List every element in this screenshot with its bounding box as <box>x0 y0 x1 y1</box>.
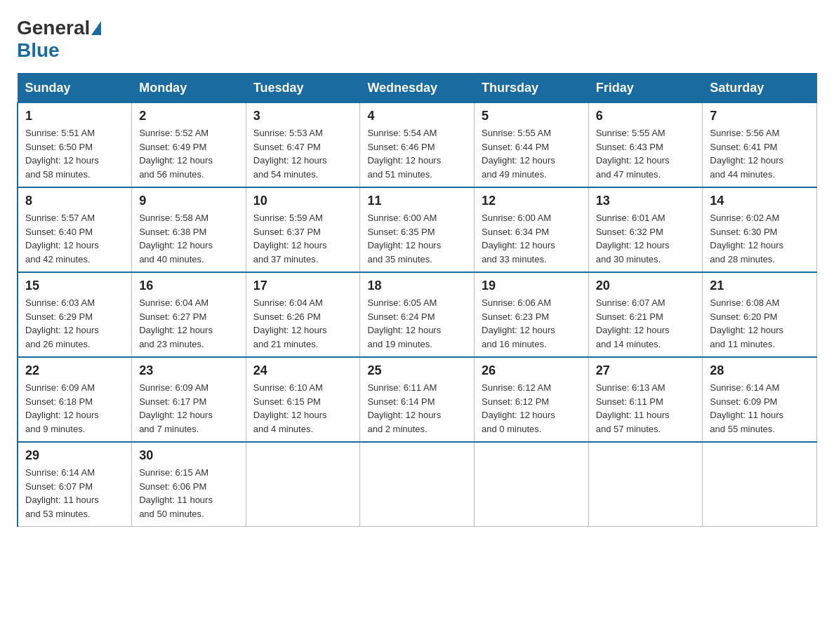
day-number: 25 <box>367 363 467 378</box>
day-info: Sunrise: 5:56 AMSunset: 6:41 PMDaylight:… <box>710 126 809 181</box>
calendar-week-row: 22Sunrise: 6:09 AMSunset: 6:18 PMDayligh… <box>18 357 817 442</box>
day-info: Sunrise: 6:00 AMSunset: 6:34 PMDaylight:… <box>482 211 581 266</box>
day-info: Sunrise: 5:55 AMSunset: 6:43 PMDaylight:… <box>596 126 696 181</box>
day-info: Sunrise: 6:09 AMSunset: 6:17 PMDaylight:… <box>139 381 239 436</box>
calendar-day-cell: 29Sunrise: 6:14 AMSunset: 6:07 PMDayligh… <box>18 442 132 527</box>
header-tuesday: Tuesday <box>246 74 360 103</box>
calendar-header-row: Sunday Monday Tuesday Wednesday Thursday… <box>18 74 817 103</box>
day-info: Sunrise: 6:05 AMSunset: 6:24 PMDaylight:… <box>367 296 467 351</box>
calendar-day-cell: 19Sunrise: 6:06 AMSunset: 6:23 PMDayligh… <box>475 272 589 357</box>
day-number: 19 <box>482 279 581 293</box>
calendar-day-cell: 27Sunrise: 6:13 AMSunset: 6:11 PMDayligh… <box>588 357 703 442</box>
calendar-day-cell <box>246 442 360 527</box>
calendar-day-cell: 10Sunrise: 5:59 AMSunset: 6:37 PMDayligh… <box>246 187 360 272</box>
day-info: Sunrise: 6:01 AMSunset: 6:32 PMDaylight:… <box>596 211 696 266</box>
header-monday: Monday <box>132 74 246 103</box>
page-header: General Blue <box>17 17 817 62</box>
day-info: Sunrise: 5:59 AMSunset: 6:37 PMDaylight:… <box>253 211 353 266</box>
day-number: 16 <box>139 279 239 293</box>
logo: General Blue <box>17 17 102 62</box>
day-number: 20 <box>596 279 696 293</box>
calendar-week-row: 15Sunrise: 6:03 AMSunset: 6:29 PMDayligh… <box>18 272 817 357</box>
day-info: Sunrise: 6:13 AMSunset: 6:11 PMDaylight:… <box>596 381 696 436</box>
calendar-week-row: 29Sunrise: 6:14 AMSunset: 6:07 PMDayligh… <box>18 442 817 527</box>
calendar-day-cell: 25Sunrise: 6:11 AMSunset: 6:14 PMDayligh… <box>360 357 475 442</box>
day-info: Sunrise: 5:57 AMSunset: 6:40 PMDaylight:… <box>25 211 124 266</box>
day-number: 8 <box>25 194 124 208</box>
calendar-day-cell: 26Sunrise: 6:12 AMSunset: 6:12 PMDayligh… <box>475 357 589 442</box>
calendar-day-cell <box>703 442 817 527</box>
day-info: Sunrise: 6:02 AMSunset: 6:30 PMDaylight:… <box>710 211 809 266</box>
calendar-day-cell: 3Sunrise: 5:53 AMSunset: 6:47 PMDaylight… <box>246 103 360 188</box>
day-number: 15 <box>25 279 124 293</box>
calendar-day-cell: 16Sunrise: 6:04 AMSunset: 6:27 PMDayligh… <box>132 272 246 357</box>
calendar-table: Sunday Monday Tuesday Wednesday Thursday… <box>17 73 817 527</box>
day-info: Sunrise: 6:11 AMSunset: 6:14 PMDaylight:… <box>367 381 467 436</box>
calendar-day-cell <box>588 442 703 527</box>
calendar-day-cell: 11Sunrise: 6:00 AMSunset: 6:35 PMDayligh… <box>360 187 475 272</box>
calendar-day-cell: 18Sunrise: 6:05 AMSunset: 6:24 PMDayligh… <box>360 272 475 357</box>
calendar-day-cell: 7Sunrise: 5:56 AMSunset: 6:41 PMDaylight… <box>703 103 817 188</box>
day-info: Sunrise: 6:00 AMSunset: 6:35 PMDaylight:… <box>367 211 467 266</box>
header-thursday: Thursday <box>475 74 589 103</box>
day-number: 23 <box>139 363 239 378</box>
day-info: Sunrise: 6:08 AMSunset: 6:20 PMDaylight:… <box>710 296 809 351</box>
day-info: Sunrise: 5:51 AMSunset: 6:50 PMDaylight:… <box>25 126 124 181</box>
calendar-day-cell <box>475 442 589 527</box>
calendar-day-cell: 14Sunrise: 6:02 AMSunset: 6:30 PMDayligh… <box>703 187 817 272</box>
calendar-day-cell: 21Sunrise: 6:08 AMSunset: 6:20 PMDayligh… <box>703 272 817 357</box>
day-number: 18 <box>367 279 467 293</box>
header-wednesday: Wednesday <box>360 74 475 103</box>
day-info: Sunrise: 6:12 AMSunset: 6:12 PMDaylight:… <box>482 381 581 436</box>
day-info: Sunrise: 6:14 AMSunset: 6:07 PMDaylight:… <box>25 466 124 521</box>
header-friday: Friday <box>588 74 703 103</box>
day-info: Sunrise: 6:03 AMSunset: 6:29 PMDaylight:… <box>25 296 124 351</box>
header-sunday: Sunday <box>18 74 132 103</box>
day-number: 11 <box>367 194 467 208</box>
day-number: 10 <box>253 194 353 208</box>
day-info: Sunrise: 5:52 AMSunset: 6:49 PMDaylight:… <box>139 126 239 181</box>
day-info: Sunrise: 6:04 AMSunset: 6:26 PMDaylight:… <box>253 296 353 351</box>
calendar-day-cell: 2Sunrise: 5:52 AMSunset: 6:49 PMDaylight… <box>132 103 246 188</box>
day-number: 28 <box>710 363 809 378</box>
day-number: 21 <box>710 279 809 293</box>
day-number: 1 <box>25 109 124 123</box>
day-info: Sunrise: 6:06 AMSunset: 6:23 PMDaylight:… <box>482 296 581 351</box>
day-number: 2 <box>139 109 239 123</box>
calendar-day-cell: 13Sunrise: 6:01 AMSunset: 6:32 PMDayligh… <box>588 187 703 272</box>
day-info: Sunrise: 6:15 AMSunset: 6:06 PMDaylight:… <box>139 466 239 521</box>
calendar-week-row: 1Sunrise: 5:51 AMSunset: 6:50 PMDaylight… <box>18 103 817 188</box>
day-info: Sunrise: 5:58 AMSunset: 6:38 PMDaylight:… <box>139 211 239 266</box>
day-number: 24 <box>253 363 353 378</box>
day-number: 7 <box>710 109 809 123</box>
day-number: 30 <box>139 448 239 463</box>
day-number: 27 <box>596 363 696 378</box>
calendar-day-cell: 30Sunrise: 6:15 AMSunset: 6:06 PMDayligh… <box>132 442 246 527</box>
calendar-day-cell: 28Sunrise: 6:14 AMSunset: 6:09 PMDayligh… <box>703 357 817 442</box>
day-number: 29 <box>25 448 124 463</box>
calendar-day-cell: 20Sunrise: 6:07 AMSunset: 6:21 PMDayligh… <box>588 272 703 357</box>
calendar-day-cell: 6Sunrise: 5:55 AMSunset: 6:43 PMDaylight… <box>588 103 703 188</box>
calendar-day-cell: 4Sunrise: 5:54 AMSunset: 6:46 PMDaylight… <box>360 103 475 188</box>
day-info: Sunrise: 6:04 AMSunset: 6:27 PMDaylight:… <box>139 296 239 351</box>
logo-triangle-icon <box>91 21 101 35</box>
calendar-day-cell <box>360 442 475 527</box>
day-info: Sunrise: 6:09 AMSunset: 6:18 PMDaylight:… <box>25 381 124 436</box>
day-info: Sunrise: 5:55 AMSunset: 6:44 PMDaylight:… <box>482 126 581 181</box>
calendar-day-cell: 23Sunrise: 6:09 AMSunset: 6:17 PMDayligh… <box>132 357 246 442</box>
day-number: 26 <box>482 363 581 378</box>
day-number: 22 <box>25 363 124 378</box>
header-saturday: Saturday <box>703 74 817 103</box>
calendar-day-cell: 9Sunrise: 5:58 AMSunset: 6:38 PMDaylight… <box>132 187 246 272</box>
day-number: 14 <box>710 194 809 208</box>
calendar-day-cell: 17Sunrise: 6:04 AMSunset: 6:26 PMDayligh… <box>246 272 360 357</box>
day-info: Sunrise: 6:14 AMSunset: 6:09 PMDaylight:… <box>710 381 809 436</box>
logo-general-text: General <box>17 17 90 39</box>
logo-blue-text: Blue <box>17 39 60 61</box>
day-info: Sunrise: 5:54 AMSunset: 6:46 PMDaylight:… <box>367 126 467 181</box>
day-info: Sunrise: 6:10 AMSunset: 6:15 PMDaylight:… <box>253 381 353 436</box>
calendar-day-cell: 8Sunrise: 5:57 AMSunset: 6:40 PMDaylight… <box>18 187 132 272</box>
day-number: 12 <box>482 194 581 208</box>
day-info: Sunrise: 5:53 AMSunset: 6:47 PMDaylight:… <box>253 126 353 181</box>
calendar-week-row: 8Sunrise: 5:57 AMSunset: 6:40 PMDaylight… <box>18 187 817 272</box>
